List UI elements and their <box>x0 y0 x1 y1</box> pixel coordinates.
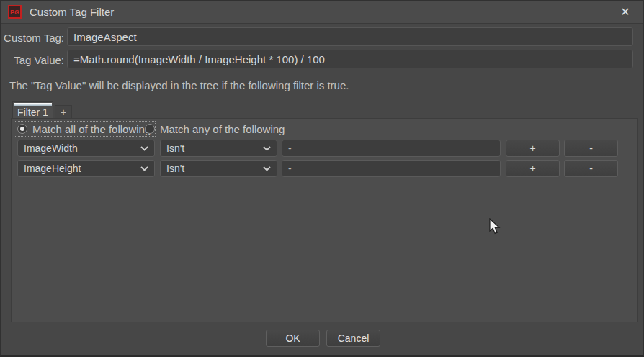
filter-row: ImageHeight Isn't + - <box>12 160 637 177</box>
remove-condition-button[interactable]: - <box>564 140 618 157</box>
app-icon: PG <box>8 5 22 19</box>
field-select-value: ImageWidth <box>24 143 78 154</box>
custom-tag-filter-dialog: PG Custom Tag Filter ✕ Custom Tag: Tag V… <box>0 0 644 357</box>
match-any-radio-label: Match any of the following <box>160 123 285 135</box>
match-all-radio-label: Match all of the following <box>32 123 151 135</box>
tag-value-label: Tag Value: <box>1 54 64 66</box>
filter-value-input[interactable] <box>282 140 501 157</box>
tag-value-input[interactable] <box>67 50 633 68</box>
filter-value-input[interactable] <box>282 160 501 177</box>
tab-filter-1[interactable]: Filter 1 <box>12 101 53 119</box>
tab-filter-1-label: Filter 1 <box>13 106 53 119</box>
field-select[interactable]: ImageHeight <box>17 160 155 177</box>
operator-select-value: Isn't <box>166 143 184 154</box>
ok-button[interactable]: OK <box>266 330 320 347</box>
match-all-radio[interactable]: Match all of the following <box>14 121 156 137</box>
description-text: The "Tag Value" will be displayed in the… <box>9 79 349 91</box>
operator-select-value: Isn't <box>166 163 184 174</box>
chevron-down-icon <box>263 146 271 151</box>
operator-select[interactable]: Isn't <box>160 140 277 157</box>
custom-tag-label: Custom Tag: <box>1 32 64 44</box>
cancel-button[interactable]: Cancel <box>326 330 380 347</box>
tab-add-filter[interactable]: + <box>55 105 72 119</box>
chevron-down-icon <box>263 166 271 171</box>
chevron-down-icon <box>140 146 148 151</box>
match-any-radio[interactable]: Match any of the following <box>142 121 289 137</box>
close-icon[interactable]: ✕ <box>614 3 636 22</box>
window-title: Custom Tag Filter <box>30 6 114 18</box>
field-select[interactable]: ImageWidth <box>17 140 155 157</box>
field-select-value: ImageHeight <box>24 163 81 174</box>
custom-tag-input[interactable] <box>67 27 633 46</box>
title-bar: PG Custom Tag Filter ✕ <box>1 1 643 24</box>
filter-panel: Match all of the following Match any of … <box>11 118 638 322</box>
match-any-radio-circle[interactable] <box>145 124 155 134</box>
match-all-radio-circle[interactable] <box>17 124 27 134</box>
add-condition-button[interactable]: + <box>506 140 560 157</box>
add-condition-button[interactable]: + <box>506 160 560 177</box>
filter-row: ImageWidth Isn't + - <box>12 140 637 157</box>
operator-select[interactable]: Isn't <box>160 160 277 177</box>
chevron-down-icon <box>140 166 148 171</box>
remove-condition-button[interactable]: - <box>564 160 618 177</box>
